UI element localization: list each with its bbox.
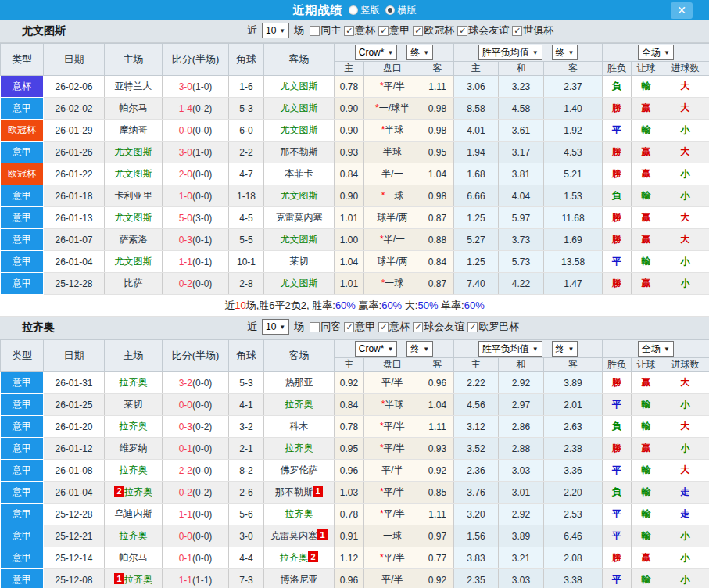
table-row: 欧冠杯26-01-22尤文图斯2-0(0-0)4-7本菲卡0.84半/一1.04… xyxy=(1,163,709,185)
radio-vertical[interactable] xyxy=(349,5,358,15)
checkbox-球会友谊[interactable] xyxy=(413,322,423,332)
fulltime-select[interactable]: 全场▼ xyxy=(638,341,674,357)
final-select-2[interactable]: 终▼ xyxy=(552,45,578,60)
goals-result-cell: 小 xyxy=(661,163,709,185)
radio-horizontal-label[interactable]: 横版 xyxy=(398,4,417,17)
filter-row: 近10▼场同客意甲意杯球会友谊欧罗巴杯 xyxy=(245,319,519,335)
result-text: 輸 xyxy=(642,486,651,497)
checkbox-label[interactable]: 世俱杯 xyxy=(523,23,553,38)
handicap-line-cell: *半球 xyxy=(364,120,421,142)
match-count-select[interactable]: 10▼ xyxy=(262,319,289,335)
fulltime-select[interactable]: 全场▼ xyxy=(638,45,674,60)
result-text: 走 xyxy=(681,486,690,497)
result-text: 平 xyxy=(612,574,621,585)
ah-away-odds-cell: 1.11 xyxy=(421,76,454,98)
odds-average-select[interactable]: 胜平负均值▼ xyxy=(478,341,542,357)
final-select-2[interactable]: 终▼ xyxy=(552,341,578,357)
bookmaker-select[interactable]: Crow*▼ xyxy=(355,45,398,60)
checkbox-意甲[interactable] xyxy=(344,322,354,332)
checkbox-label[interactable]: 同客 xyxy=(320,320,341,334)
date-cell: 26-01-22 xyxy=(44,163,105,185)
ah-home-odds-cell: 0.78 xyxy=(335,416,364,438)
halftime-score: (0-0) xyxy=(192,531,212,542)
checkbox-意杯[interactable] xyxy=(378,322,389,332)
chevron-down-icon: ▼ xyxy=(532,49,539,56)
checkbox-label[interactable]: 欧罗巴杯 xyxy=(478,320,519,334)
table-row: 意甲26-01-04尤文图斯1-1(0-1)10-1莱切1.04球半/两0.84… xyxy=(1,251,709,273)
result-text: 平 xyxy=(612,530,621,541)
goals-result-cell: 走 xyxy=(661,482,709,504)
away-team-cell: 热那亚 xyxy=(264,372,335,394)
final-select-1[interactable]: 终▼ xyxy=(406,45,433,60)
goals-result-cell: 大 xyxy=(661,460,709,482)
radio-horizontal[interactable] xyxy=(385,5,395,15)
team-name: 尤文图斯 xyxy=(22,24,66,38)
wdl-result-cell: 負 xyxy=(603,482,632,504)
handicap-text: 球半/两 xyxy=(377,256,407,267)
table-row: 意甲25-12-21拉齐奥0-0(0-0)3-0克雷莫内塞10.91一球0.97… xyxy=(1,525,709,547)
summary-segment: 大: xyxy=(402,299,417,311)
table-row: 意甲25-12-28乌迪内斯1-1(0-0)5-6拉齐奥0.78*平/半1.11… xyxy=(1,504,709,525)
date-cell: 25-12-28 xyxy=(44,273,105,295)
odds-home-cell: 1.68 xyxy=(454,163,499,185)
team-name-text: 博洛尼亚 xyxy=(281,574,318,585)
close-icon[interactable]: ✕ xyxy=(671,2,693,19)
wdl-result-cell: 平 xyxy=(603,460,632,482)
odds-draw-cell: 3.23 xyxy=(499,76,544,98)
result-text: 贏 xyxy=(642,168,651,179)
odds-away-cell: 2.63 xyxy=(544,416,603,438)
checkbox-label[interactable]: 意杯 xyxy=(389,320,410,334)
goals-result-cell: 大 xyxy=(661,416,709,438)
result-text: 贏 xyxy=(642,102,651,113)
away-team-cell: 尤文图斯 xyxy=(264,98,335,120)
competition-badge: 意甲 xyxy=(1,142,44,163)
result-text: 小 xyxy=(681,443,690,454)
red-card-badge: 2 xyxy=(114,486,124,497)
wdl-result-cell: 勝 xyxy=(603,438,632,460)
final-select-1[interactable]: 终▼ xyxy=(406,341,433,357)
odds-away-cell: 4.53 xyxy=(544,142,603,163)
away-team-cell: 那不勒斯1 xyxy=(264,482,335,504)
radio-vertical-label[interactable]: 竖版 xyxy=(361,4,380,17)
match-count-select[interactable]: 10▼ xyxy=(262,23,289,38)
team-name-text: 比萨 xyxy=(124,278,143,289)
goals-result-cell: 大 xyxy=(661,98,709,120)
goals-result-cell: 小 xyxy=(661,273,709,295)
checkbox-label[interactable]: 球会友谊 xyxy=(424,320,464,334)
sub-header-0: 主 xyxy=(335,358,364,372)
home-team-cell: 1拉齐奥 xyxy=(105,569,163,588)
checkbox-欧冠杯[interactable] xyxy=(413,26,423,36)
home-team-cell: 摩纳哥 xyxy=(105,120,163,142)
checkbox-同主[interactable] xyxy=(310,26,320,36)
checkbox-欧罗巴杯[interactable] xyxy=(467,322,478,332)
checkbox-同客[interactable] xyxy=(310,322,320,332)
bookmaker-select[interactable]: Crow*▼ xyxy=(355,341,398,357)
checkbox-label[interactable]: 同主 xyxy=(320,23,341,38)
odds-home-cell: 1.25 xyxy=(454,207,499,229)
chevron-down-icon: ▼ xyxy=(664,49,670,56)
checkbox-label[interactable]: 意甲 xyxy=(355,320,375,334)
checkbox-世俱杯[interactable] xyxy=(512,26,522,36)
result-text: 輸 xyxy=(642,81,651,91)
odds-home-cell: 2.36 xyxy=(454,460,499,482)
checkbox-label[interactable]: 意杯 xyxy=(355,23,375,38)
checkbox-label[interactable]: 欧冠杯 xyxy=(424,23,454,38)
handicap-line-cell: *一球 xyxy=(364,185,421,207)
goals-result-cell: 大 xyxy=(661,229,709,251)
result-text: 負 xyxy=(612,190,621,201)
checkbox-label[interactable]: 意甲 xyxy=(389,23,410,38)
ah-away-odds-cell: 0.96 xyxy=(421,372,454,394)
odds-average-select[interactable]: 胜平负均值▼ xyxy=(478,45,542,60)
checkbox-球会友谊[interactable] xyxy=(457,26,467,36)
away-team-cell: 尤文图斯 xyxy=(264,76,335,98)
odds-group-header: 胜平负均值▼终▼ xyxy=(454,340,603,358)
sub-header-3: 主 xyxy=(454,358,499,372)
checkbox-意甲[interactable] xyxy=(378,26,389,36)
sub-header-7: 让球 xyxy=(632,62,661,76)
team-name-text: 热那亚 xyxy=(285,377,313,388)
checkbox-意杯[interactable] xyxy=(344,26,354,36)
result-text: 贏 xyxy=(642,146,651,157)
result-text: 贏 xyxy=(642,377,651,388)
checkbox-label[interactable]: 球会友谊 xyxy=(468,23,509,38)
date-cell: 26-01-20 xyxy=(44,416,105,438)
